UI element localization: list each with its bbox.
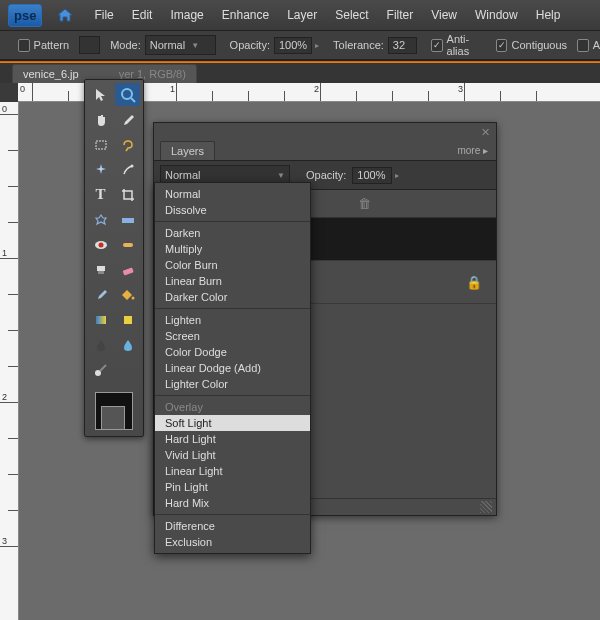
svg-rect-8: [97, 266, 105, 271]
brush-tool-icon[interactable]: [88, 283, 113, 306]
svg-rect-4: [122, 218, 134, 223]
close-icon[interactable]: ✕: [481, 126, 490, 139]
svg-rect-13: [124, 316, 132, 324]
home-icon[interactable]: [56, 7, 74, 23]
svg-line-1: [131, 98, 135, 102]
options-bar: Pattern Mode: Normal▼ Opacity: 100% ▸ To…: [0, 31, 600, 61]
blend-linear-burn[interactable]: Linear Burn: [155, 273, 310, 289]
tolerance-label: Tolerance:: [333, 39, 384, 51]
redeye-tool-icon[interactable]: [88, 233, 113, 256]
shape-tool-icon[interactable]: [115, 308, 140, 331]
svg-rect-7: [123, 243, 133, 247]
all-layers-checkbox[interactable]: [577, 39, 589, 52]
menu-image[interactable]: Image: [170, 8, 203, 22]
zoom-tool-icon[interactable]: [115, 83, 140, 106]
app-menu-bar: pse File Edit Image Enhance Layer Select…: [0, 0, 600, 31]
gradient-tool-icon[interactable]: [88, 308, 113, 331]
svg-point-6: [98, 242, 103, 247]
background-color[interactable]: [101, 406, 125, 430]
detail-brush-tool-icon[interactable]: [88, 358, 113, 381]
color-swatches[interactable]: [87, 392, 141, 432]
mode-label: Mode:: [110, 39, 141, 51]
type-tool-icon[interactable]: T: [88, 183, 113, 206]
blend-overlay[interactable]: Overlay: [155, 399, 310, 415]
magic-wand-tool-icon[interactable]: [88, 158, 113, 181]
paint-bucket-tool-icon[interactable]: [115, 283, 140, 306]
menu-select[interactable]: Select: [335, 8, 368, 22]
trash-icon[interactable]: 🗑: [358, 196, 371, 211]
hand-tool-icon[interactable]: [88, 108, 113, 131]
blend-hard-mix[interactable]: Hard Mix: [155, 495, 310, 511]
blend-linear-dodge[interactable]: Linear Dodge (Add): [155, 360, 310, 376]
menu-view[interactable]: View: [431, 8, 457, 22]
blend-linear-light[interactable]: Linear Light: [155, 463, 310, 479]
blend-dissolve[interactable]: Dissolve: [155, 202, 310, 218]
antialias-label: Anti-alias: [447, 33, 486, 57]
menu-window[interactable]: Window: [475, 8, 518, 22]
blend-hard-light[interactable]: Hard Light: [155, 431, 310, 447]
menu-enhance[interactable]: Enhance: [222, 8, 269, 22]
mode-select[interactable]: Normal▼: [145, 35, 216, 55]
tolerance-field[interactable]: 32: [388, 37, 417, 54]
layers-opacity-label: Opacity:: [306, 169, 346, 181]
resize-grip-icon[interactable]: [480, 501, 492, 513]
all-layers-label: A: [593, 39, 600, 51]
blend-lighter-color[interactable]: Lighter Color: [155, 376, 310, 392]
straighten-tool-icon[interactable]: [115, 208, 140, 231]
blend-lighten[interactable]: Lighten: [155, 312, 310, 328]
opacity-slider-icon[interactable]: ▸: [315, 41, 319, 50]
eyedropper-tool-icon[interactable]: [115, 108, 140, 131]
antialias-checkbox[interactable]: ✓: [431, 39, 443, 52]
clone-stamp-tool-icon[interactable]: [88, 258, 113, 281]
blend-screen[interactable]: Screen: [155, 328, 310, 344]
empty-tool-slot: [115, 358, 140, 381]
blend-exclusion[interactable]: Exclusion: [155, 534, 310, 550]
toolbox: T: [84, 79, 144, 437]
pattern-label: Pattern: [34, 39, 69, 51]
layers-tab[interactable]: Layers: [160, 141, 215, 160]
marquee-tool-icon[interactable]: [88, 133, 113, 156]
blend-soft-light[interactable]: Soft Light: [155, 415, 310, 431]
cookie-cutter-tool-icon[interactable]: [88, 208, 113, 231]
contiguous-checkbox[interactable]: ✓: [496, 39, 508, 52]
blend-color-dodge[interactable]: Color Dodge: [155, 344, 310, 360]
pse-logo: pse: [8, 4, 42, 27]
svg-point-0: [122, 89, 132, 99]
svg-point-11: [131, 296, 134, 299]
healing-brush-tool-icon[interactable]: [115, 233, 140, 256]
opacity-field[interactable]: 100%: [274, 37, 312, 54]
crop-tool-icon[interactable]: [115, 183, 140, 206]
blend-difference[interactable]: Difference: [155, 518, 310, 534]
menu-edit[interactable]: Edit: [132, 8, 153, 22]
opacity-dropdown-icon[interactable]: ▸: [395, 171, 399, 180]
panel-menu[interactable]: more ▸: [457, 145, 488, 156]
menu-layer[interactable]: Layer: [287, 8, 317, 22]
quick-selection-tool-icon[interactable]: [115, 158, 140, 181]
lock-icon: 🔒: [466, 275, 482, 290]
pattern-checkbox[interactable]: [18, 39, 30, 52]
blur-tool-icon[interactable]: [88, 333, 113, 356]
eraser-tool-icon[interactable]: [115, 258, 140, 281]
blend-vivid-light[interactable]: Vivid Light: [155, 447, 310, 463]
pattern-swatch[interactable]: [79, 36, 100, 54]
svg-point-3: [130, 164, 133, 167]
lasso-tool-icon[interactable]: [115, 133, 140, 156]
contiguous-label: Contiguous: [511, 39, 567, 51]
blend-multiply[interactable]: Multiply: [155, 241, 310, 257]
svg-rect-9: [98, 271, 104, 274]
blend-normal[interactable]: Normal: [155, 186, 310, 202]
move-tool-icon[interactable]: [88, 83, 113, 106]
blend-mode-dropdown: Normal Dissolve Darken Multiply Color Bu…: [154, 182, 311, 554]
menu-file[interactable]: File: [94, 8, 113, 22]
blend-darker-color[interactable]: Darker Color: [155, 289, 310, 305]
sponge-tool-icon[interactable]: [115, 333, 140, 356]
blend-pin-light[interactable]: Pin Light: [155, 479, 310, 495]
menu-help[interactable]: Help: [536, 8, 561, 22]
layers-opacity-field[interactable]: 100%: [352, 167, 392, 184]
blend-darken[interactable]: Darken: [155, 225, 310, 241]
menu-filter[interactable]: Filter: [387, 8, 414, 22]
svg-rect-2: [96, 141, 106, 149]
vertical-ruler: 0 1 2 3: [0, 102, 19, 620]
svg-rect-12: [96, 316, 106, 324]
blend-color-burn[interactable]: Color Burn: [155, 257, 310, 273]
